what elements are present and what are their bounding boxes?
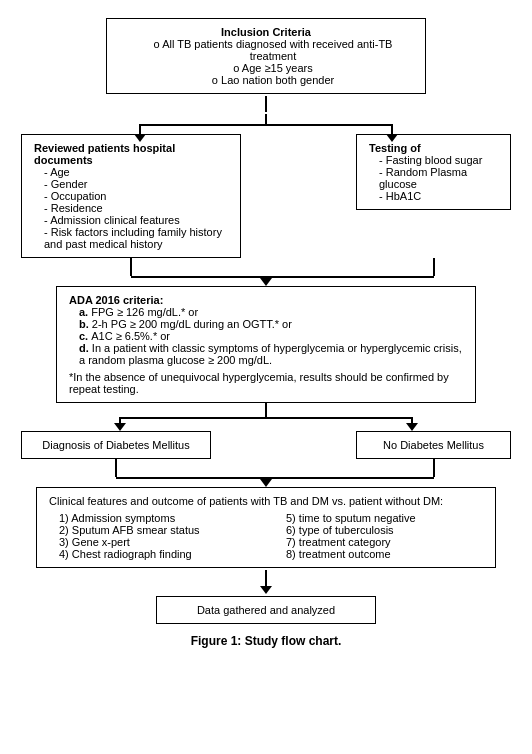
left-item-5: Admission clinical features bbox=[44, 214, 228, 226]
clinical-item-6: type of tuberculosis bbox=[286, 524, 483, 536]
right-item-2: Random Plasma glucose bbox=[379, 166, 498, 190]
merge-connector bbox=[21, 258, 511, 286]
left-box-header: Reviewed patients hospital documents bbox=[34, 142, 175, 166]
ada-footnote: *In the absence of unequivocal hyperglyc… bbox=[69, 371, 463, 395]
flowchart: Inclusion Criteria All TB patients diagn… bbox=[21, 18, 511, 648]
inclusion-criteria-list: All TB patients diagnosed with received … bbox=[119, 38, 413, 86]
right-box-list: Fasting blood sugar Random Plasma glucos… bbox=[369, 154, 498, 202]
clinical-item-8: treatment outcome bbox=[286, 548, 483, 560]
figure-title: Study flow chart. bbox=[241, 634, 341, 648]
ada-item-a: FPG ≥ 126 mg/dL.* or bbox=[79, 306, 463, 318]
diagnosis-dm-box: Diagnosis of Diabetes Mellitus bbox=[21, 431, 211, 459]
final-label: Data gathered and analyzed bbox=[197, 604, 335, 616]
right-item-3: HbA1C bbox=[379, 190, 498, 202]
inclusion-criteria-box: Inclusion Criteria All TB patients diagn… bbox=[106, 18, 426, 94]
ada-item-b: 2-h PG ≥ 200 mg/dL during an OGTT.* or bbox=[79, 318, 463, 330]
clinical-item-5: time to sputum negative bbox=[286, 512, 483, 524]
right-item-1: Fasting blood sugar bbox=[379, 154, 498, 166]
clinical-header: Clinical features and outcome of patient… bbox=[49, 495, 483, 507]
arrow-final bbox=[260, 570, 272, 594]
left-item-6: Risk factors including family history an… bbox=[44, 226, 228, 250]
split-connector-2 bbox=[21, 403, 511, 431]
no-dm-label: No Diabetes Mellitus bbox=[383, 439, 484, 451]
clinical-left-list: Admission symptoms Sputum AFB smear stat… bbox=[49, 512, 256, 560]
clinical-right-list: time to sputum negative type of tubercul… bbox=[276, 512, 483, 560]
figure-caption: Figure 1: Study flow chart. bbox=[191, 634, 342, 648]
merge-connector-2 bbox=[21, 459, 511, 487]
clinical-item-7: treatment category bbox=[286, 536, 483, 548]
clinical-item-3: Gene x-pert bbox=[59, 536, 256, 548]
ada-header: ADA 2016 criteria: bbox=[69, 294, 163, 306]
criteria-item-1: All TB patients diagnosed with received … bbox=[133, 38, 413, 62]
ada-item-d: In a patient with classic symptoms of hy… bbox=[79, 342, 463, 366]
left-box-list: Age Gender Occupation Residence Admissio… bbox=[34, 166, 228, 250]
left-hospital-box: Reviewed patients hospital documents Age… bbox=[21, 134, 241, 258]
clinical-item-4: Chest radiograph finding bbox=[59, 548, 256, 560]
left-item-3: Occupation bbox=[44, 190, 228, 202]
figure-label: Figure 1: bbox=[191, 634, 242, 648]
criteria-item-2: Age ≥15 years bbox=[133, 62, 413, 74]
arrow-1 bbox=[265, 96, 267, 112]
clinical-features-box: Clinical features and outcome of patient… bbox=[36, 487, 496, 568]
left-item-4: Residence bbox=[44, 202, 228, 214]
ada-list: FPG ≥ 126 mg/dL.* or 2-h PG ≥ 200 mg/dL … bbox=[69, 306, 463, 366]
clinical-item-2: Sputum AFB smear status bbox=[59, 524, 256, 536]
clinical-columns: Admission symptoms Sputum AFB smear stat… bbox=[49, 512, 483, 560]
left-item-2: Gender bbox=[44, 178, 228, 190]
ada-item-c: A1C ≥ 6.5%.* or bbox=[79, 330, 463, 342]
split-line bbox=[21, 114, 511, 134]
final-box: Data gathered and analyzed bbox=[156, 596, 376, 624]
two-col-section: Reviewed patients hospital documents Age… bbox=[21, 134, 511, 258]
criteria-item-3: Lao nation both gender bbox=[133, 74, 413, 86]
diagnosis-dm-label: Diagnosis of Diabetes Mellitus bbox=[42, 439, 189, 451]
clinical-item-1: Admission symptoms bbox=[59, 512, 256, 524]
left-item-1: Age bbox=[44, 166, 228, 178]
ada-criteria-box: ADA 2016 criteria: FPG ≥ 126 mg/dL.* or … bbox=[56, 286, 476, 403]
right-box-header: Testing of bbox=[369, 142, 421, 154]
no-dm-box: No Diabetes Mellitus bbox=[356, 431, 511, 459]
inclusion-criteria-header: Inclusion Criteria bbox=[221, 26, 311, 38]
right-testing-box: Testing of Fasting blood sugar Random Pl… bbox=[356, 134, 511, 210]
diagnosis-row: Diagnosis of Diabetes Mellitus No Diabet… bbox=[21, 431, 511, 459]
